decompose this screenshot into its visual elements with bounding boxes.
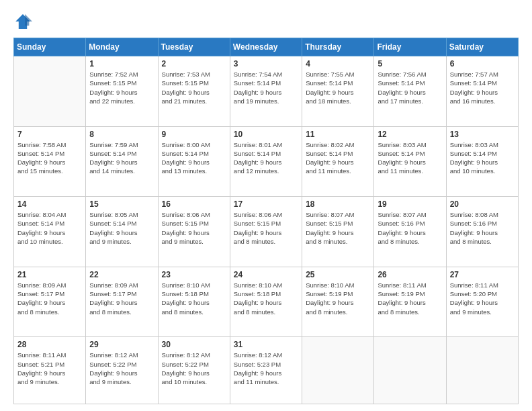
day-number: 6 <box>450 59 515 68</box>
svg-marker-1 <box>25 14 32 26</box>
day-info: Sunrise: 8:03 AMSunset: 5:14 PMDaylight:… <box>378 140 442 176</box>
day-number: 17 <box>234 199 298 209</box>
day-number: 30 <box>162 340 226 349</box>
day-number: 28 <box>17 340 82 349</box>
day-info: Sunrise: 8:06 AMSunset: 5:15 PMDaylight:… <box>234 210 298 246</box>
day-number: 23 <box>162 270 226 279</box>
day-number: 27 <box>450 270 515 279</box>
weekday-header-row: SundayMondayTuesdayWednesdayThursdayFrid… <box>14 38 519 56</box>
calendar-cell: 26Sunrise: 8:11 AMSunset: 5:19 PMDayligh… <box>374 267 446 337</box>
calendar-cell: 18Sunrise: 8:07 AMSunset: 5:15 PMDayligh… <box>302 197 374 267</box>
calendar-cell <box>374 337 446 404</box>
calendar-cell: 20Sunrise: 8:08 AMSunset: 5:16 PMDayligh… <box>446 197 518 267</box>
day-number: 12 <box>378 130 442 139</box>
day-number: 15 <box>89 199 154 209</box>
calendar-cell: 29Sunrise: 8:12 AMSunset: 5:22 PMDayligh… <box>86 337 158 404</box>
day-info: Sunrise: 8:10 AMSunset: 5:18 PMDaylight:… <box>234 281 298 316</box>
calendar-cell <box>302 337 374 404</box>
calendar-cell: 27Sunrise: 8:11 AMSunset: 5:20 PMDayligh… <box>446 267 518 337</box>
day-number: 2 <box>162 59 226 68</box>
day-info: Sunrise: 8:12 AMSunset: 5:23 PMDaylight:… <box>234 351 298 386</box>
calendar-cell: 25Sunrise: 8:10 AMSunset: 5:19 PMDayligh… <box>302 267 374 337</box>
day-number: 26 <box>378 270 442 279</box>
day-info: Sunrise: 8:09 AMSunset: 5:17 PMDaylight:… <box>17 281 82 316</box>
calendar-cell: 8Sunrise: 7:59 AMSunset: 5:14 PMDaylight… <box>86 126 158 197</box>
calendar-cell <box>14 56 86 127</box>
day-number: 24 <box>234 270 298 279</box>
day-info: Sunrise: 7:59 AMSunset: 5:14 PMDaylight:… <box>89 140 154 176</box>
day-number: 29 <box>89 340 154 349</box>
day-number: 9 <box>162 130 226 139</box>
day-info: Sunrise: 8:11 AMSunset: 5:20 PMDaylight:… <box>450 281 515 316</box>
calendar-cell: 3Sunrise: 7:54 AMSunset: 5:14 PMDaylight… <box>230 56 302 127</box>
day-info: Sunrise: 7:54 AMSunset: 5:14 PMDaylight:… <box>234 70 298 105</box>
day-number: 16 <box>162 199 226 209</box>
calendar-cell: 21Sunrise: 8:09 AMSunset: 5:17 PMDayligh… <box>14 267 86 337</box>
day-number: 10 <box>234 130 298 139</box>
calendar-cell: 9Sunrise: 8:00 AMSunset: 5:14 PMDaylight… <box>158 126 230 197</box>
day-number: 5 <box>378 59 442 68</box>
day-info: Sunrise: 8:09 AMSunset: 5:17 PMDaylight:… <box>89 281 154 316</box>
day-number: 22 <box>89 270 154 279</box>
calendar-cell: 28Sunrise: 8:11 AMSunset: 5:21 PMDayligh… <box>14 337 86 404</box>
calendar-cell: 17Sunrise: 8:06 AMSunset: 5:15 PMDayligh… <box>230 197 302 267</box>
calendar-cell: 24Sunrise: 8:10 AMSunset: 5:18 PMDayligh… <box>230 267 302 337</box>
day-info: Sunrise: 8:10 AMSunset: 5:19 PMDaylight:… <box>306 281 370 316</box>
calendar-cell: 11Sunrise: 8:02 AMSunset: 5:14 PMDayligh… <box>302 126 374 197</box>
day-info: Sunrise: 8:07 AMSunset: 5:15 PMDaylight:… <box>306 210 370 246</box>
calendar-cell: 22Sunrise: 8:09 AMSunset: 5:17 PMDayligh… <box>86 267 158 337</box>
weekday-header-tuesday: Tuesday <box>158 38 230 56</box>
day-info: Sunrise: 7:58 AMSunset: 5:14 PMDaylight:… <box>17 140 82 176</box>
calendar-page: SundayMondayTuesdayWednesdayThursdayFrid… <box>0 0 532 411</box>
day-number: 25 <box>306 270 370 279</box>
day-info: Sunrise: 8:00 AMSunset: 5:14 PMDaylight:… <box>162 140 226 176</box>
calendar-cell: 15Sunrise: 8:05 AMSunset: 5:14 PMDayligh… <box>86 197 158 267</box>
day-info: Sunrise: 8:11 AMSunset: 5:21 PMDaylight:… <box>17 351 82 386</box>
weekday-header-thursday: Thursday <box>302 38 374 56</box>
calendar-cell <box>446 337 518 404</box>
day-info: Sunrise: 8:12 AMSunset: 5:22 PMDaylight:… <box>162 351 226 386</box>
day-number: 14 <box>17 199 82 209</box>
week-row-3: 14Sunrise: 8:04 AMSunset: 5:14 PMDayligh… <box>14 197 519 267</box>
logo <box>13 12 35 31</box>
calendar-table: SundayMondayTuesdayWednesdayThursdayFrid… <box>13 38 519 404</box>
day-info: Sunrise: 8:01 AMSunset: 5:14 PMDaylight:… <box>234 140 298 176</box>
calendar-cell: 16Sunrise: 8:06 AMSunset: 5:15 PMDayligh… <box>158 197 230 267</box>
week-row-5: 28Sunrise: 8:11 AMSunset: 5:21 PMDayligh… <box>14 337 519 404</box>
day-info: Sunrise: 8:04 AMSunset: 5:14 PMDaylight:… <box>17 210 82 246</box>
day-info: Sunrise: 8:05 AMSunset: 5:14 PMDaylight:… <box>89 210 154 246</box>
calendar-cell: 5Sunrise: 7:56 AMSunset: 5:14 PMDaylight… <box>374 56 446 127</box>
day-info: Sunrise: 8:12 AMSunset: 5:22 PMDaylight:… <box>89 351 154 386</box>
weekday-header-monday: Monday <box>86 38 158 56</box>
day-info: Sunrise: 7:55 AMSunset: 5:14 PMDaylight:… <box>306 70 370 105</box>
day-number: 18 <box>306 199 370 209</box>
day-info: Sunrise: 8:11 AMSunset: 5:19 PMDaylight:… <box>378 281 442 316</box>
calendar-cell: 7Sunrise: 7:58 AMSunset: 5:14 PMDaylight… <box>14 126 86 197</box>
day-info: Sunrise: 7:57 AMSunset: 5:14 PMDaylight:… <box>450 70 515 105</box>
calendar-cell: 30Sunrise: 8:12 AMSunset: 5:22 PMDayligh… <box>158 337 230 404</box>
day-number: 1 <box>89 59 154 68</box>
calendar-cell: 12Sunrise: 8:03 AMSunset: 5:14 PMDayligh… <box>374 126 446 197</box>
calendar-cell: 23Sunrise: 8:10 AMSunset: 5:18 PMDayligh… <box>158 267 230 337</box>
day-number: 13 <box>450 130 515 139</box>
calendar-cell: 19Sunrise: 8:07 AMSunset: 5:16 PMDayligh… <box>374 197 446 267</box>
day-info: Sunrise: 8:10 AMSunset: 5:18 PMDaylight:… <box>162 281 226 316</box>
day-number: 11 <box>306 130 370 139</box>
logo-icon <box>13 12 32 31</box>
day-number: 3 <box>234 59 298 68</box>
day-number: 31 <box>234 340 298 349</box>
calendar-cell: 10Sunrise: 8:01 AMSunset: 5:14 PMDayligh… <box>230 126 302 197</box>
day-number: 19 <box>378 199 442 209</box>
week-row-4: 21Sunrise: 8:09 AMSunset: 5:17 PMDayligh… <box>14 267 519 337</box>
week-row-1: 1Sunrise: 7:52 AMSunset: 5:15 PMDaylight… <box>14 56 519 127</box>
calendar-cell: 14Sunrise: 8:04 AMSunset: 5:14 PMDayligh… <box>14 197 86 267</box>
weekday-header-saturday: Saturday <box>446 38 518 56</box>
day-info: Sunrise: 8:08 AMSunset: 5:16 PMDaylight:… <box>450 210 515 246</box>
day-number: 21 <box>17 270 82 279</box>
day-info: Sunrise: 8:02 AMSunset: 5:14 PMDaylight:… <box>306 140 370 176</box>
day-info: Sunrise: 8:03 AMSunset: 5:14 PMDaylight:… <box>450 140 515 176</box>
day-number: 7 <box>17 130 82 139</box>
day-info: Sunrise: 8:07 AMSunset: 5:16 PMDaylight:… <box>378 210 442 246</box>
calendar-cell: 6Sunrise: 7:57 AMSunset: 5:14 PMDaylight… <box>446 56 518 127</box>
calendar-cell: 13Sunrise: 8:03 AMSunset: 5:14 PMDayligh… <box>446 126 518 197</box>
